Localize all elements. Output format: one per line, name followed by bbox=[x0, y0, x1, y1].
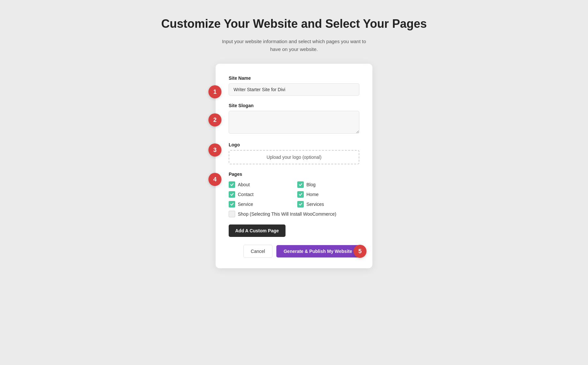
page-item-shop[interactable]: Shop (Selecting This Will Install WooCom… bbox=[229, 211, 359, 217]
site-slogan-label: Site Slogan bbox=[229, 103, 359, 108]
page-item-services[interactable]: Services bbox=[297, 201, 359, 207]
services-check-icon bbox=[297, 201, 304, 207]
step-3-badge: 3 bbox=[208, 143, 221, 157]
site-slogan-group: Site Slogan bbox=[229, 103, 359, 135]
pages-label: Pages bbox=[229, 172, 359, 177]
page-wrapper: Customize Your Website and Select Your P… bbox=[0, 0, 588, 365]
page-item-about[interactable]: About bbox=[229, 181, 291, 188]
page-item-service[interactable]: Service bbox=[229, 201, 291, 207]
contact-check-icon bbox=[229, 191, 235, 198]
form-actions: Cancel Generate & Publish My Website 5 bbox=[229, 245, 359, 258]
about-check-icon bbox=[229, 181, 235, 188]
home-check-icon bbox=[297, 191, 304, 198]
page-item-blog[interactable]: Blog bbox=[297, 181, 359, 188]
step-1-badge: 1 bbox=[208, 85, 221, 98]
contact-label: Contact bbox=[238, 192, 253, 197]
logo-label: Logo bbox=[229, 142, 359, 147]
shop-unchecked-icon bbox=[229, 211, 235, 217]
home-label: Home bbox=[306, 192, 318, 197]
step-5-badge: 5 bbox=[353, 245, 367, 258]
pages-group: Pages About bbox=[229, 172, 359, 217]
site-name-input[interactable] bbox=[229, 83, 359, 96]
services-label: Services bbox=[306, 202, 324, 207]
page-title: Customize Your Website and Select Your P… bbox=[161, 16, 427, 31]
form-card: 1 Site Name 2 Site Slogan 3 Logo Upload … bbox=[216, 64, 372, 268]
add-custom-page-button[interactable]: Add A Custom Page bbox=[229, 224, 286, 237]
page-subtitle: Input your website information and selec… bbox=[219, 38, 369, 53]
blog-check-icon bbox=[297, 181, 304, 188]
shop-label: Shop (Selecting This Will Install WooCom… bbox=[238, 211, 336, 217]
page-item-contact[interactable]: Contact bbox=[229, 191, 291, 198]
pages-grid: About Blog bbox=[229, 181, 359, 217]
page-item-home[interactable]: Home bbox=[297, 191, 359, 198]
cancel-button[interactable]: Cancel bbox=[243, 245, 273, 258]
logo-upload-button[interactable]: Upload your logo (optional) bbox=[229, 150, 359, 164]
service-label: Service bbox=[238, 202, 253, 207]
step-4-badge: 4 bbox=[208, 173, 221, 186]
service-check-icon bbox=[229, 201, 235, 207]
site-name-label: Site Name bbox=[229, 75, 359, 81]
about-label: About bbox=[238, 182, 250, 187]
blog-label: Blog bbox=[306, 182, 316, 187]
step-2-badge: 2 bbox=[208, 113, 221, 126]
logo-group: Logo Upload your logo (optional) bbox=[229, 142, 359, 164]
site-name-group: Site Name bbox=[229, 75, 359, 96]
site-slogan-input[interactable] bbox=[229, 111, 359, 134]
publish-button[interactable]: Generate & Publish My Website bbox=[276, 245, 359, 257]
